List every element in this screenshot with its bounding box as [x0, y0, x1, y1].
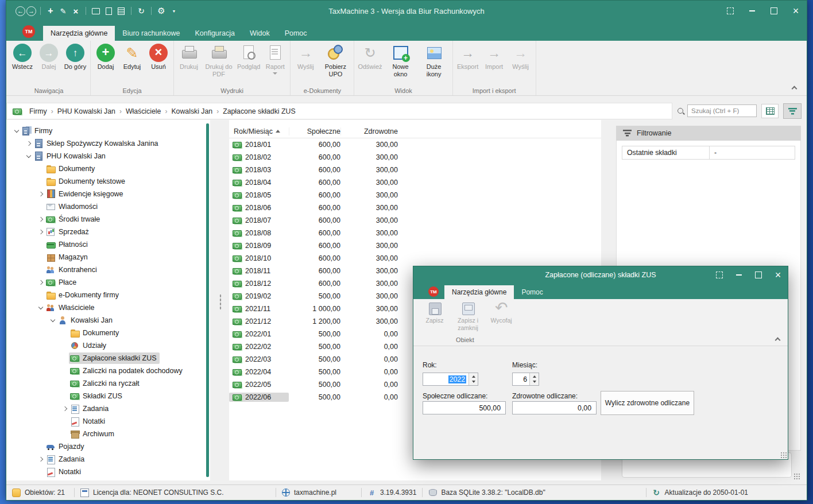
search-input[interactable]	[687, 104, 757, 117]
chevron-right-icon[interactable]	[36, 213, 45, 226]
maximize-button[interactable]	[763, 1, 785, 21]
breadcrumb-item-zapłacone-składki-zus[interactable]: Zapłacone składki ZUS	[220, 107, 298, 115]
year-spinner[interactable]	[469, 373, 478, 385]
table-row[interactable]: 2018/05600,00300,00	[229, 189, 601, 201]
ribbon-button-import[interactable]: Import	[481, 42, 508, 71]
month-spinner[interactable]	[529, 373, 539, 385]
column-header-health[interactable]: Zdrowotne	[340, 127, 398, 135]
ribbon-button-duże-ikony[interactable]: Duże ikony	[417, 42, 451, 77]
print-doc-icon[interactable]	[103, 5, 114, 17]
tab-pomoc[interactable]: Pomoc	[514, 285, 550, 299]
tab-narzędzia-główne[interactable]: Narzędzia główne	[43, 26, 115, 41]
chevron-right-icon[interactable]	[24, 137, 33, 150]
filter-toggle-button[interactable]	[783, 103, 802, 119]
spin-down-icon[interactable]	[533, 381, 536, 383]
chevron-right-icon[interactable]	[36, 188, 45, 200]
tree-item-pojazdy[interactable]: Pojazdy	[6, 440, 210, 453]
column-header-social[interactable]: Społeczne	[289, 127, 340, 135]
tree-item-właściciele[interactable]: Właściciele	[6, 301, 210, 314]
ribbon-button-drukuj-do-pdf[interactable]: Drukuj do PDF	[202, 42, 235, 77]
tab-narzędzia-główne[interactable]: Narzędzia główne	[444, 285, 514, 299]
chevron-down-icon[interactable]	[36, 301, 45, 314]
spin-up-icon[interactable]	[533, 375, 536, 378]
chevron-down-icon[interactable]	[48, 314, 57, 327]
dialog-button-wycofaj[interactable]: Wycofaj	[485, 299, 518, 335]
fullscreen-button[interactable]	[719, 1, 741, 21]
tree-item-udziały[interactable]: Udziały	[6, 339, 210, 352]
gear-icon[interactable]	[156, 5, 167, 17]
maximize-button[interactable]	[749, 266, 768, 284]
tree-item-dokumenty[interactable]: Dokumenty	[6, 327, 210, 339]
filter-field-value[interactable]: -	[710, 146, 795, 159]
tree-item-zaliczki-na-podatek-dochodowy[interactable]: Zaliczki na podatek dochodowy	[6, 365, 210, 377]
edit-icon[interactable]	[57, 5, 69, 17]
ribbon-button-drukuj[interactable]: Drukuj	[176, 42, 202, 71]
chevron-down-icon[interactable]	[24, 150, 33, 162]
dialog-logo[interactable]: TM	[428, 286, 439, 297]
caret-icon[interactable]	[168, 5, 180, 17]
table-row[interactable]: 2018/04600,00300,00	[229, 176, 601, 189]
dialog-resize-grip[interactable]	[780, 452, 787, 458]
chevron-right-icon[interactable]	[36, 453, 45, 466]
compute-health-button[interactable]: Wylicz zdrowotne odliczane	[601, 391, 694, 415]
table-row[interactable]: 2018/03600,00300,00	[229, 164, 601, 176]
tree-item-środki-trwałe[interactable]: Środki trwałe	[6, 213, 210, 226]
app-logo[interactable]: TM	[22, 25, 35, 38]
ribbon-button-odśwież[interactable]: Odśwież	[356, 42, 384, 71]
ribbon-button-dodaj[interactable]: Dodaj	[92, 42, 119, 71]
dialog-button-zapisz[interactable]: Zapisz	[418, 299, 451, 335]
tree-item-zapłacone-składki-zus[interactable]: Zapłacone składki ZUS	[6, 352, 210, 365]
tree-item-e-dokumenty-firmy[interactable]: e-Dokumenty firmy	[6, 289, 210, 301]
minimize-button[interactable]	[741, 1, 763, 21]
chevron-down-icon[interactable]	[12, 125, 21, 137]
tree-item-zadania[interactable]: Zadania	[6, 453, 210, 466]
breadcrumb-item-phu-kowalski-jan[interactable]: PHU Kowalski Jan	[55, 107, 118, 115]
year-input[interactable]: 2022	[423, 373, 478, 386]
tree-item-sklep-spożywczy-kowalska-janina[interactable]: Sklep Spożywczy Kowalska Janina	[6, 137, 210, 150]
tree-item-notatki[interactable]: Notatki	[6, 415, 210, 428]
filter-resize-grip[interactable]	[793, 473, 800, 479]
print-icon[interactable]	[90, 5, 102, 17]
tree-item-dokumenty-tekstowe[interactable]: Dokumenty tekstowe	[6, 175, 210, 188]
tree-item-kowalski-jan[interactable]: Kowalski Jan	[6, 314, 210, 327]
tree-item-zadania[interactable]: Zadania	[6, 402, 210, 415]
forward-icon[interactable]	[26, 6, 36, 16]
table-row[interactable]: 2018/06600,00300,00	[229, 201, 601, 214]
social-deducted-input[interactable]: 500,00	[423, 401, 506, 414]
tree-item-archiwum[interactable]: Archiwum	[6, 428, 210, 440]
tree-item-notatki[interactable]: Notatki	[6, 466, 210, 478]
splitter-handle[interactable]	[219, 294, 222, 309]
ribbon-button-do-góry[interactable]: Do góry	[62, 42, 88, 71]
ribbon-button-wstecz[interactable]: Wstecz	[9, 42, 36, 71]
tree-scrollbar[interactable]	[206, 123, 209, 477]
table-row[interactable]: 2018/02600,00300,00	[229, 151, 601, 164]
ribbon-button-usuń[interactable]: Usuń	[145, 42, 172, 71]
breadcrumb-item-kowalski-jan[interactable]: Kowalski Jan	[168, 107, 215, 115]
dialog-button-zapisz-i-zamknij[interactable]: Zapisz i zamknij	[451, 299, 485, 335]
chevron-right-icon[interactable]	[36, 276, 45, 289]
tab-konfiguracja[interactable]: Konfiguracja	[187, 26, 242, 41]
ribbon-button-wyślij[interactable]: Wyślij	[508, 42, 534, 71]
refresh-icon[interactable]	[136, 5, 147, 17]
ribbon-button-nowe-okno[interactable]: Nowe okno	[384, 42, 417, 77]
close-button[interactable]	[768, 266, 788, 284]
ribbon-button-raport[interactable]: Raport	[262, 42, 288, 75]
tree-item-magazyn[interactable]: Magazyn	[6, 251, 210, 263]
ribbon-button-edytuj[interactable]: Edytuj	[119, 42, 145, 71]
tree-item-płatności[interactable]: Płatności	[6, 238, 210, 251]
table-row[interactable]: 2018/01600,00300,00	[229, 138, 601, 151]
tab-biuro-rachunkowe[interactable]: Biuro rachunkowe	[115, 26, 187, 41]
table-row[interactable]: 2018/08600,00300,00	[229, 227, 601, 239]
spin-up-icon[interactable]	[472, 375, 475, 378]
health-deducted-input[interactable]: 0,00	[512, 401, 597, 414]
tree-item-sprzedaż[interactable]: Sprzedaż	[6, 226, 210, 238]
ribbon-button-wyślij[interactable]: Wyślij	[292, 42, 319, 71]
column-header-period[interactable]: Rok/Miesiąc	[229, 127, 289, 135]
tree-item-wiadomości[interactable]: Wiadomości	[6, 200, 210, 213]
ribbon-button-dalej[interactable]: Dalej	[36, 42, 62, 71]
delete-icon[interactable]	[70, 5, 82, 17]
tree-item-ewidencje-księgowe[interactable]: Ewidencje księgowe	[6, 188, 210, 200]
add-icon[interactable]	[45, 5, 56, 17]
table-row[interactable]: 2018/07600,00300,00	[229, 214, 601, 227]
fullscreen-button[interactable]	[710, 266, 729, 284]
